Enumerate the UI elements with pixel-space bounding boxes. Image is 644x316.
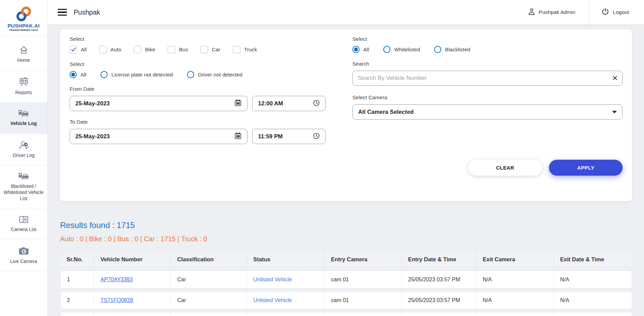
checkbox-icon — [168, 46, 175, 53]
radio-option-whitelisted[interactable]: Whitelisted — [383, 46, 420, 53]
filter-panel: Select All Auto — [60, 29, 632, 201]
camera-list-icon — [19, 215, 29, 224]
sidebar-item-label: Reports — [15, 89, 32, 95]
radio-icon — [187, 71, 194, 78]
vehicle-number-link[interactable]: AP70AY3393 — [100, 277, 133, 283]
from-date-input[interactable]: 25-May-2023 — [70, 96, 247, 111]
clear-button[interactable]: CLEAR — [468, 160, 542, 176]
clock-icon — [313, 100, 320, 108]
calendar-icon — [234, 99, 242, 108]
radio-option-driver-not-detected[interactable]: Driver not detected — [187, 71, 242, 78]
to-date-group: To Date 25-May-2023 — [70, 119, 352, 144]
camera-dropdown[interactable]: All Camera Selected — [352, 104, 623, 120]
checkbox-label: Car — [212, 47, 220, 53]
checkbox-option-car[interactable]: Car — [201, 46, 220, 53]
checkbox-option-bike[interactable]: Bike — [134, 46, 155, 53]
sidebar-item-vehicle-log[interactable]: Vehicle Log — [0, 103, 47, 134]
vehicle-type-filter: Select All Auto — [70, 36, 352, 53]
column-header: Entry Date & Time — [402, 253, 476, 266]
filter-left-column: Select All Auto — [70, 36, 352, 176]
user-menu[interactable]: Pushpak Admin — [528, 8, 589, 17]
from-time-input[interactable]: 12:00 AM — [252, 96, 326, 111]
brand-tagline: TRANSFORMING DATA — [9, 29, 38, 31]
status-badge: Unlisted Vehicle — [253, 297, 292, 303]
radio-option-blacklisted[interactable]: Blacklisted — [434, 46, 470, 53]
radio-icon — [100, 71, 108, 78]
home-icon — [19, 46, 29, 54]
radio-label: Driver not detected — [198, 72, 242, 78]
cell-exit-datetime: N/A — [554, 292, 632, 309]
radio-option-license-not-detected[interactable]: License plate not detected — [100, 71, 173, 78]
radio-label: All — [80, 72, 86, 78]
radio-selected-icon — [70, 71, 77, 78]
radio-icon — [383, 46, 390, 53]
sidebar-item-reports[interactable]: Reports — [0, 70, 47, 103]
from-time-value: 12:00 AM — [258, 100, 283, 107]
sidebar-item-camera-list[interactable]: Camera List — [0, 209, 47, 240]
detection-label: Select — [70, 61, 352, 67]
checkbox-option-truck[interactable]: Truck — [233, 46, 257, 53]
user-name: Pushpak Admin — [539, 9, 575, 15]
select-camera-label: Select Camera — [352, 94, 623, 101]
sidebar-menu: Home Reports — [0, 39, 47, 271]
cell-classification: Car — [171, 292, 247, 309]
checkbox-icon — [134, 46, 141, 53]
checkbox-option-bus[interactable]: Bus — [168, 46, 188, 53]
sidebar-item-driver-log[interactable]: Driver Log — [0, 134, 47, 165]
vehicle-log-icon — [18, 109, 30, 118]
detection-filter: Select All License plate not detected — [70, 61, 352, 78]
checkbox-label: Truck — [244, 47, 257, 53]
sidebar-item-label: Vehicle Log — [11, 120, 37, 126]
logout-button[interactable]: Logout — [589, 0, 644, 24]
checkbox-label: Bike — [145, 47, 155, 53]
checkbox-checked-icon — [70, 46, 77, 53]
vehicle-number-link[interactable]: TS71FQ0828 — [100, 297, 133, 303]
checkbox-label: All — [81, 47, 87, 53]
radio-option-detection-all[interactable]: All — [70, 71, 86, 78]
cell-entry-datetime: 25/05/2023 03:57 PM — [402, 292, 476, 309]
vehicle-type-label: Select — [70, 36, 352, 42]
calendar-icon — [234, 132, 242, 141]
to-date-input[interactable]: 25-May-2023 — [70, 129, 247, 144]
checkbox-icon — [99, 46, 107, 53]
clear-icon[interactable] — [612, 75, 618, 82]
sidebar-item-live-camera[interactable]: Live Camera — [0, 240, 47, 271]
main-content: Select All Auto — [48, 24, 644, 316]
column-header: Exit Date & Time — [554, 253, 632, 266]
sidebar-item-label: Home — [17, 57, 30, 63]
search-input[interactable] — [352, 71, 623, 86]
from-date-label: From Date — [70, 86, 352, 92]
logout-label: Logout — [613, 9, 629, 15]
hamburger-menu-icon[interactable] — [58, 9, 67, 16]
checkbox-icon — [201, 46, 208, 53]
sidebar-item-home[interactable]: Home — [0, 39, 47, 70]
brand-logo[interactable]: PUSHPAK.AI TRANSFORMING DATA — [0, 0, 47, 36]
to-time-value: 11:59 PM — [258, 133, 283, 140]
to-date-label: To Date — [70, 119, 352, 125]
checkbox-label: Bus — [179, 47, 188, 53]
results-breakdown: Auto : 0 | Bike : 0 | Bus : 0 | Car : 17… — [60, 235, 631, 243]
apply-button[interactable]: APPLY — [549, 160, 623, 176]
radio-selected-icon — [352, 46, 360, 53]
cell-entry-datetime: 25/05/2023 03:57 PM — [402, 271, 476, 288]
cell-sr-no: 2 — [60, 292, 94, 309]
live-camera-icon — [18, 247, 29, 256]
radio-option-status-all[interactable]: All — [352, 46, 369, 53]
radio-icon — [434, 46, 441, 53]
pushpak-rings-icon — [13, 6, 34, 22]
to-time-input[interactable]: 11:59 PM — [252, 129, 326, 144]
cell-entry-camera: cam 01 — [325, 292, 402, 309]
cell-exit-camera: N/A — [476, 271, 554, 288]
brand-name: PUSHPAK.AI — [7, 23, 39, 29]
checkbox-option-auto[interactable]: Auto — [99, 46, 121, 53]
column-header: Sr.No. — [60, 253, 94, 266]
sidebar-item-blacklisted-whitelisted[interactable]: Blacklisted / Whitelisted Vehicle List — [0, 165, 47, 209]
radio-label: All — [363, 47, 369, 53]
table-row-partial — [60, 312, 632, 316]
vehicle-log-table: Sr.No. Vehicle Number Classification Sta… — [60, 253, 632, 316]
column-header: Entry Camera — [325, 253, 402, 266]
checkbox-option-all[interactable]: All — [70, 46, 87, 53]
app-title: Pushpak — [74, 8, 100, 16]
list-status-label: Select — [352, 36, 623, 42]
filter-right-column: Select All Whitelisted Blacklisted — [352, 36, 623, 176]
